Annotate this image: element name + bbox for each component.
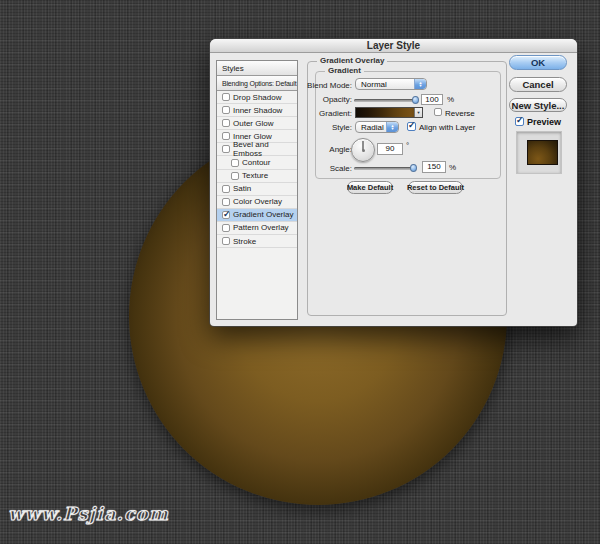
opacity-label: Opacity: <box>270 95 352 104</box>
sidebar-item-gradient-overlay[interactable]: Gradient Overlay <box>217 209 297 222</box>
new-style-button[interactable]: New Style... <box>509 98 567 112</box>
style-checkbox[interactable] <box>222 224 230 232</box>
gradient-label: Gradient: <box>270 109 352 118</box>
blend-mode-label: Blend Mode: <box>270 81 352 90</box>
style-checkbox[interactable] <box>222 237 230 245</box>
style-label: Style: <box>270 123 352 132</box>
stepper-arrows-icon: ▲▼ <box>414 79 426 89</box>
style-checkbox[interactable] <box>222 185 230 193</box>
style-value: Radial <box>356 122 386 132</box>
angle-dial[interactable] <box>351 138 375 162</box>
preview-checkbox[interactable] <box>515 117 524 126</box>
style-item-label: Pattern Overlay <box>233 223 289 232</box>
group-title: Gradient Overlay <box>317 56 387 66</box>
cancel-button[interactable]: Cancel <box>509 77 567 92</box>
style-item-label: Satin <box>233 184 251 193</box>
style-checkbox[interactable] <box>222 132 230 140</box>
style-checkbox[interactable] <box>231 159 239 167</box>
style-checkbox[interactable] <box>231 172 239 180</box>
style-checkbox[interactable] <box>222 211 230 219</box>
gradient-preview-bar <box>356 108 414 117</box>
opacity-slider-track[interactable] <box>354 99 418 102</box>
style-item-label: Stroke <box>233 237 256 246</box>
opacity-slider-thumb[interactable] <box>412 96 419 104</box>
style-preview-swatch <box>527 140 558 165</box>
gradient-picker-arrow-icon[interactable]: ▼ <box>414 108 422 117</box>
style-item-label: Gradient Overlay <box>233 210 293 219</box>
ok-button[interactable]: OK <box>509 55 567 70</box>
blend-mode-value: Normal <box>356 79 414 89</box>
opacity-field[interactable]: 100 <box>421 94 443 105</box>
styles-header[interactable]: Styles <box>217 61 297 76</box>
watermark: www.Psjia.com <box>8 503 169 524</box>
scale-slider-thumb[interactable] <box>410 164 417 172</box>
reverse-label: Reverse <box>445 109 475 118</box>
style-checkbox[interactable] <box>222 93 230 101</box>
angle-center-dot <box>362 149 365 152</box>
style-item-label: Texture <box>242 171 268 180</box>
sidebar-item-stroke[interactable]: Stroke <box>217 235 297 248</box>
sidebar-item-color-overlay[interactable]: Color Overlay <box>217 196 297 209</box>
inner-group-title: Gradient <box>325 66 364 76</box>
scale-unit: % <box>449 163 456 172</box>
style-checkbox[interactable] <box>222 106 230 114</box>
gradient-swatch[interactable]: ▼ <box>355 107 423 118</box>
style-item-label: Color Overlay <box>233 197 282 206</box>
style-item-label: Contour <box>242 158 270 167</box>
dialog-title: Layer Style <box>367 40 420 51</box>
angle-field[interactable]: 90 <box>377 143 403 155</box>
angle-unit: ° <box>406 141 409 150</box>
style-item-label: Outer Glow <box>233 119 273 128</box>
scale-label: Scale: <box>270 164 352 173</box>
align-with-layer-checkbox[interactable] <box>407 122 416 131</box>
blend-mode-select[interactable]: Normal ▲▼ <box>355 78 427 90</box>
angle-label: Angle: <box>270 145 352 154</box>
style-checkbox[interactable] <box>222 198 230 206</box>
dialog-titlebar[interactable]: Layer Style <box>210 39 577 53</box>
photoshop-canvas: www.Psjia.com Layer Style Styles Blendin… <box>0 0 600 544</box>
style-select[interactable]: Radial ▲▼ <box>355 121 399 133</box>
layer-style-dialog: Layer Style Styles Blending Options: Def… <box>210 39 577 326</box>
sidebar-item-satin[interactable]: Satin <box>217 183 297 196</box>
align-with-layer-label: Align with Layer <box>419 123 475 132</box>
stepper-arrows-icon: ▲▼ <box>386 122 398 132</box>
make-default-button[interactable]: Make Default <box>347 181 393 194</box>
preview-label: Preview <box>527 117 561 127</box>
sidebar-item-pattern-overlay[interactable]: Pattern Overlay <box>217 222 297 235</box>
opacity-unit: % <box>447 95 454 104</box>
scale-field[interactable]: 150 <box>422 161 446 173</box>
style-checkbox[interactable] <box>222 145 230 153</box>
scale-slider-track[interactable] <box>354 167 416 170</box>
style-checkbox[interactable] <box>222 119 230 127</box>
reverse-checkbox[interactable] <box>434 108 442 116</box>
reset-to-default-button[interactable]: Reset to Default <box>408 181 463 194</box>
